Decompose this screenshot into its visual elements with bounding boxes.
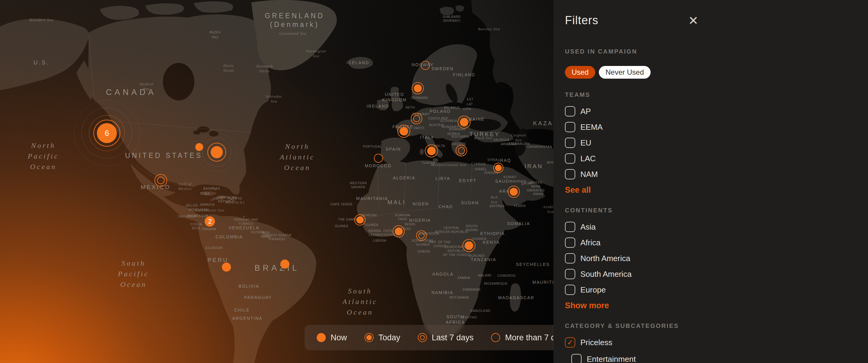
legend-now-icon	[316, 332, 327, 343]
marker-dot	[465, 241, 473, 250]
marker-dot	[414, 85, 422, 92]
marker-dot	[280, 260, 289, 269]
checkbox-label: Europe	[580, 285, 606, 295]
checkbox-label: LAC	[580, 154, 596, 163]
legend-week-icon	[417, 332, 428, 343]
checkbox-row-asia[interactable]: Asia	[565, 222, 705, 232]
section-header-continents: CONTINENTS	[565, 207, 705, 214]
checkbox-row-africa[interactable]: Africa	[565, 237, 705, 248]
checkbox-label: Africa	[580, 238, 600, 248]
checkbox-row-south-america[interactable]: South America	[565, 269, 705, 279]
checkbox-label: NAM	[580, 170, 598, 179]
legend-today-icon	[364, 332, 374, 343]
marker-dot	[510, 188, 518, 196]
checkbox-row-ap[interactable]: AP	[565, 106, 705, 117]
legend-item-older: More than 7 days ago	[491, 332, 553, 343]
marker-ring	[374, 154, 383, 163]
see-all-link[interactable]: See all	[565, 186, 591, 195]
checkbox-label: EEMA	[580, 123, 603, 132]
checkbox-label: North America	[580, 254, 630, 263]
checkbox-row-europe[interactable]: Europe	[565, 285, 705, 295]
checkbox-row-north-america[interactable]: North America	[565, 253, 705, 263]
legend-label: Now	[331, 333, 347, 342]
show-more-link[interactable]: Show more	[565, 301, 609, 310]
marker-dot	[495, 165, 502, 171]
marker-ring	[411, 113, 422, 124]
checkbox-row-eu[interactable]: EU	[565, 138, 705, 148]
checkbox-icon[interactable]	[565, 122, 575, 132]
marker-dot: 6	[97, 123, 117, 143]
checkbox-row-entertainment[interactable]: Entertainment	[571, 354, 705, 363]
checkbox-checked-icon[interactable]: ✓	[565, 337, 575, 348]
chip-used[interactable]: Used	[565, 66, 595, 79]
marker-dot	[356, 216, 364, 224]
checkbox-icon[interactable]	[565, 269, 575, 279]
legend-label: Last 7 days	[432, 333, 473, 342]
marker-ring	[197, 133, 236, 171]
marker-dot	[427, 147, 436, 155]
section-header-teams: TEAMS	[565, 91, 705, 98]
marker-dot	[400, 127, 408, 135]
map-markers: 62	[0, 0, 553, 363]
world-map[interactable]: Beaufort SeaGREENLAND (Denmark)U.S.CANAD…	[0, 0, 553, 363]
marker-dot	[395, 228, 403, 235]
close-icon[interactable]: ✕	[687, 14, 700, 27]
section-header-category: CATEGORY & SUBCATEGORIES	[565, 323, 705, 329]
checkbox-icon[interactable]	[565, 106, 575, 117]
marker-ring	[456, 145, 467, 156]
checkbox-label: South America	[580, 269, 631, 279]
checkbox-icon[interactable]	[565, 253, 575, 263]
checkbox-icon[interactable]	[565, 169, 575, 179]
checkbox-row-priceless[interactable]: ✓Priceless	[565, 337, 705, 348]
marker-dot	[460, 118, 468, 127]
legend-item-today: Today	[364, 332, 400, 343]
checkbox-label: EU	[580, 138, 591, 147]
checkbox-label: Priceless	[580, 338, 612, 347]
marker-ring	[154, 174, 167, 187]
map-legend: NowTodayLast 7 daysMore than 7 days ago	[305, 325, 553, 350]
continents-checklist: AsiaAfricaNorth AmericaSouth AmericaEuro…	[565, 222, 705, 300]
checkbox-icon[interactable]	[565, 138, 575, 148]
teams-checklist: APEEMAEULACNAM	[565, 106, 705, 185]
checkbox-icon[interactable]	[565, 222, 575, 232]
checkbox-icon[interactable]	[565, 237, 575, 248]
marker-ring	[421, 61, 430, 70]
marker-dot: 2	[205, 216, 215, 227]
checkbox-label: Asia	[580, 222, 596, 232]
checkbox-icon[interactable]	[565, 285, 575, 295]
category-checklist: ✓PricelessEntertainment	[565, 337, 705, 363]
section-header-used-in-campaign: USED IN CAMPAIGN	[565, 48, 705, 55]
checkbox-row-lac[interactable]: LAC	[565, 153, 705, 164]
checkbox-row-eema[interactable]: EEMA	[565, 122, 705, 132]
checkbox-label: AP	[580, 107, 591, 116]
legend-item-week: Last 7 days	[417, 332, 473, 343]
checkbox-icon[interactable]	[565, 153, 575, 164]
checkbox-label: Entertainment	[587, 355, 636, 363]
legend-label: Today	[378, 333, 400, 342]
legend-label: More than 7 days ago	[505, 333, 553, 342]
filters-panel: Filters ✕ USED IN CAMPAIGN UsedNever Use…	[553, 0, 868, 363]
checkbox-icon[interactable]	[571, 354, 582, 363]
used-in-campaign-chips: UsedNever Used	[565, 66, 705, 79]
marker-dot	[222, 263, 231, 272]
chip-never-used[interactable]: Never Used	[599, 66, 651, 79]
checkbox-row-nam[interactable]: NAM	[565, 169, 705, 179]
legend-item-now: Now	[316, 332, 347, 343]
panel-title: Filters	[565, 14, 705, 27]
legend-older-icon	[491, 332, 501, 343]
marker-ring	[416, 230, 427, 241]
